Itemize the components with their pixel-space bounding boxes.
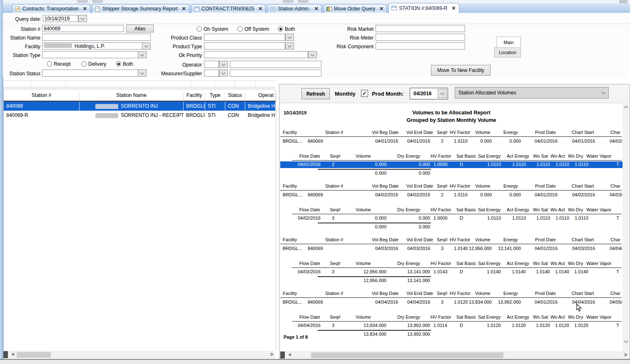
stations-col-facility[interactable]: Facility (184, 92, 205, 101)
close-icon[interactable]: ✕ (452, 5, 456, 11)
stations-col-operat[interactable]: Operat (245, 92, 276, 101)
col-header: Water Vapor (586, 207, 615, 212)
station-number-input[interactable]: 840069 (42, 25, 124, 32)
rd-both-radio[interactable] (116, 61, 121, 67)
measurer-supplier-code-input[interactable] (204, 69, 219, 77)
col-header: Seq# (330, 154, 342, 158)
product-class-input[interactable] (204, 34, 285, 41)
scroll-left-icon[interactable]: < (286, 352, 294, 359)
station-name-input[interactable] (42, 34, 151, 41)
scroll-thumb[interactable] (311, 352, 503, 358)
scroll-right-icon[interactable]: > (268, 351, 275, 358)
product-class-dropdown-button[interactable] (285, 34, 294, 41)
delivery-radio[interactable] (81, 61, 87, 67)
close-icon[interactable]: ✕ (182, 6, 186, 12)
cell: 13,834.000 (351, 322, 386, 329)
col-header: Volume (356, 314, 374, 319)
facility-data-row[interactable]: BRDGL...84006904/02/201604/02/201621.011… (280, 192, 623, 198)
tab-move-order-query[interactable]: Move Order Query✕ (324, 4, 387, 13)
tab-contracts-transportation[interactable]: Contracts: Transportation✕ (12, 4, 90, 13)
close-icon[interactable]: ✕ (258, 6, 262, 12)
flow-data-row[interactable]: 04/03/2016312,956.00013,141.0001.0143D1.… (280, 269, 623, 275)
report-vscrollbar[interactable] (623, 103, 629, 350)
facility-data-row[interactable]: BRDGL...84006904/04/201604/04/201631.012… (280, 300, 623, 306)
report-group-4: FacilityStation #Vol Beg DateVol End Dat… (280, 291, 623, 337)
prod-month-combo[interactable]: 04/2016 (410, 88, 448, 99)
station-row-840069-R[interactable]: 840069-RSORRENTO INJ - RECEIPTBRDGLINSTI… (4, 111, 276, 120)
flow-data-row[interactable]: 04/01/201620.0000.0001.0000D1.01101.0110… (280, 161, 623, 168)
ok-priority-input[interactable] (204, 51, 308, 58)
risk-component-input[interactable] (376, 42, 465, 50)
report-subtitle: Grouped by Station Monthly Volume (280, 116, 623, 124)
tab-location[interactable]: Location (494, 47, 521, 57)
facility-input[interactable]: Holdings, L.P. (42, 42, 151, 50)
product-type-dropdown-button[interactable] (285, 42, 294, 50)
query-date-dropdown-button[interactable] (78, 15, 87, 22)
facility-dropdown-button[interactable] (142, 42, 151, 50)
operator-name-input[interactable] (230, 61, 321, 68)
measurer-supplier-name-input[interactable] (230, 69, 321, 77)
close-icon[interactable]: ✕ (379, 6, 383, 12)
tab-station-840069-r[interactable]: STATION #:840069-R✕ (388, 3, 459, 13)
product-type-input[interactable] (204, 42, 285, 50)
window-bottom-edge (0, 359, 630, 364)
sys-both-radio[interactable] (278, 26, 283, 32)
cell: 3 (332, 322, 338, 329)
risk-market-input[interactable] (376, 25, 465, 32)
flow-data-row[interactable]: 04/04/2016313,834.00013,992.0001.0114D1.… (280, 322, 623, 329)
facility-data-row[interactable]: BRDGL...84006904/03/201604/03/201631.014… (280, 246, 623, 252)
scroll-up-icon[interactable] (624, 106, 628, 110)
station-status-input[interactable] (42, 69, 147, 77)
report-type-select[interactable]: Station Allocated Volumes (455, 87, 609, 99)
cell: 3 (332, 269, 338, 275)
scroll-block[interactable] (3, 351, 8, 358)
cell: 1.0110 (499, 215, 526, 221)
refresh-button[interactable]: Refresh (301, 88, 330, 99)
on-system-radio-label: On System (204, 26, 228, 32)
scroll-thumb[interactable] (17, 352, 51, 358)
station-type-dropdown-button[interactable] (138, 51, 147, 58)
ok-priority-dropdown-button[interactable] (308, 51, 317, 58)
stations-col-type[interactable]: Type (205, 92, 225, 101)
scroll-down-icon[interactable] (624, 339, 628, 343)
cell: 0.000 (490, 192, 521, 197)
move-to-new-facility-button[interactable]: Move To New Facility (431, 65, 491, 76)
scroll-block[interactable] (280, 352, 285, 359)
stations-col-station[interactable]: Station # (4, 92, 80, 101)
query-date-input[interactable]: 10/14/2019 (43, 15, 78, 22)
risk-meter-input[interactable] (376, 34, 465, 41)
scroll-left-icon[interactable]: < (10, 351, 17, 358)
facility-data-row[interactable]: BRDGL...84006904/01/201604/01/201621.011… (280, 139, 623, 145)
cell: 1.0110 (566, 161, 588, 168)
report-hscrollbar[interactable]: < > (280, 351, 629, 359)
cell: 3 (441, 300, 447, 305)
monthly-checkbox[interactable]: ✓ (361, 90, 368, 97)
col-header: Act Energy (507, 314, 532, 319)
header-underline (280, 190, 622, 191)
on-system-radio[interactable] (197, 26, 202, 32)
tab-shipper-storage-summary-report[interactable]: Shipper Storage Summary Report✕ (92, 4, 189, 13)
tab-contract-trn00625[interactable]: CONTRACT:TRN00625✕ (191, 4, 266, 13)
station-status-dropdown-button[interactable] (138, 69, 147, 77)
receipt-radio[interactable] (47, 61, 52, 67)
risk-market-label: Risk Market (332, 26, 374, 32)
volume-total: 12,956.000 (351, 278, 386, 283)
tab-station-admin[interactable]: Station Admin.✕ (267, 4, 321, 13)
operator-code-input[interactable] (204, 61, 219, 68)
flow-data-row[interactable]: 04/02/201630.0000.0001.0000D1.01101.0110… (280, 215, 623, 222)
close-icon[interactable]: ✕ (83, 6, 87, 12)
tab-main[interactable]: Main (496, 37, 521, 47)
cell: 1.0000 (433, 215, 452, 221)
measurer-supplier-dropdown-button[interactable] (219, 69, 228, 77)
operator-dropdown-button[interactable] (219, 61, 228, 68)
station-type-input[interactable] (42, 51, 147, 58)
station-row-840069[interactable]: 840069SORRENTO INJBRDGLINSTICONBridgelin… (4, 102, 276, 111)
close-icon[interactable]: ✕ (314, 6, 319, 12)
off-system-radio[interactable] (237, 26, 243, 32)
stations-col-station-name[interactable]: Station Name (80, 92, 184, 101)
scroll-right-icon[interactable]: > (622, 352, 629, 359)
stations-hscrollbar[interactable]: < > (3, 351, 275, 359)
stations-col-status[interactable]: Status (225, 92, 245, 101)
alias-button[interactable]: Alias (126, 25, 154, 32)
prod-month-dropdown-button[interactable] (438, 89, 447, 98)
